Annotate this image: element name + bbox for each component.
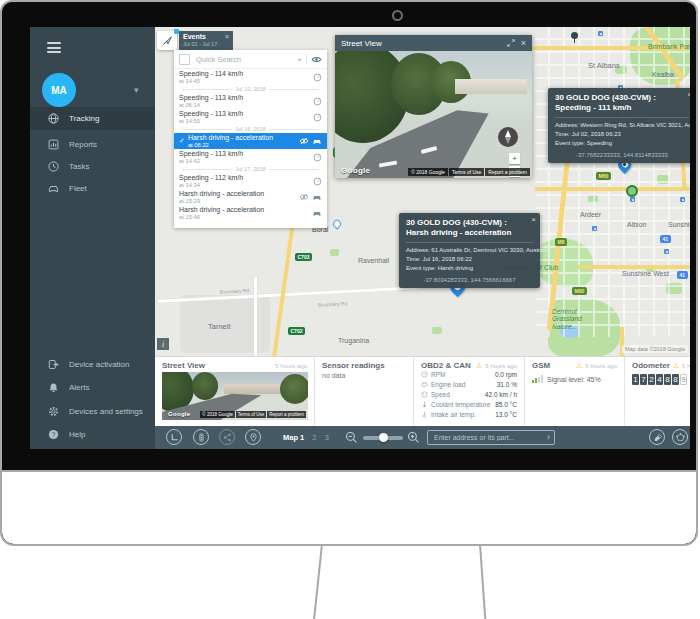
sidebar-item-label: Device activation (69, 360, 129, 369)
sidebar-item-help[interactable]: ? Help (30, 423, 155, 446)
sidebar-item-alerts[interactable]: Alerts (30, 376, 155, 399)
terms-link[interactable]: Terms of Use (236, 411, 267, 418)
widget-title: Sensor readings (322, 361, 406, 370)
map-label-sunshine-west: Sunshine West (622, 270, 669, 277)
eraser-tool-button[interactable] (649, 429, 665, 445)
ruler-tool-button[interactable] (166, 429, 182, 445)
eye-off-icon[interactable] (299, 137, 309, 145)
obd-row: Intake air temp.13.0 °C (421, 409, 517, 419)
speedometer-icon (313, 113, 322, 122)
obd2-can-widget[interactable]: OBD2 & CAN ⚠ 5 hours ago RPM0.0 rpm Engi… (414, 357, 525, 427)
compass-control[interactable] (498, 127, 518, 147)
sensor-readings-widget[interactable]: Sensor readings no data (315, 357, 414, 427)
chevron-down-icon[interactable]: ▾ (134, 85, 139, 95)
transit-stop-icon (680, 197, 685, 202)
sidebar-item-tasks[interactable]: Tasks (30, 155, 155, 178)
sidebar-item-label: Fleet (69, 184, 87, 193)
app-screen: St Albans Brimbank Park Kealba Ardeer Al… (30, 27, 690, 449)
obd-row: Coolant temperature85.0 °C (421, 399, 517, 409)
poi-marker-green[interactable] (626, 185, 638, 197)
odometer-digit-decimal: 9 (680, 374, 687, 385)
tooltip-event-type: Event type: Harsh driving (406, 264, 533, 273)
sidebar-item-tracking[interactable]: Tracking (30, 107, 155, 130)
sidebar-item-reports[interactable]: Reports (30, 133, 155, 156)
street-view-widget[interactable]: Street View 5 hours ago Google © 2018 Go… (155, 357, 315, 427)
event-list-item[interactable]: Speeding - 113 km/hat 14:42 (174, 149, 327, 165)
device-activation-icon (48, 359, 59, 370)
rpm-gauge-icon (421, 371, 428, 378)
poi-pin-button[interactable] (245, 429, 261, 445)
signal-level-text: Signal level: 45% (547, 376, 601, 383)
tracking-arrow-button[interactable] (157, 31, 177, 50)
street-view-window-header[interactable]: Street View × (335, 35, 532, 51)
map-road (578, 265, 690, 269)
visibility-eye-icon[interactable] (311, 55, 322, 64)
ruler-corner-icon (170, 433, 179, 442)
sidebar-item-devices-and-settings[interactable]: Devices and settings (30, 400, 155, 423)
street-view-thumbnail[interactable]: Google © 2018 Google Terms of Use Report… (162, 372, 308, 420)
close-icon[interactable]: × (531, 215, 536, 224)
sidebar-item-fleet[interactable]: Fleet (30, 177, 155, 200)
event-list-item-selected[interactable]: ✓ Harsh driving - accelerationat 06:22 (174, 133, 327, 149)
close-icon[interactable]: × (687, 90, 690, 99)
zoom-out-icon[interactable] (345, 431, 358, 444)
date-divider: Jul 10, 2018 (174, 85, 327, 93)
tooltip-address: Address: Western Ring Rd, St Albans VIC … (555, 121, 689, 130)
eye-off-icon[interactable] (299, 193, 309, 201)
search-go-icon[interactable]: › (547, 433, 550, 442)
map-layer-switcher[interactable]: Map 1 2 3 (283, 433, 329, 442)
close-icon[interactable]: × (225, 33, 229, 40)
map-layer-2[interactable]: 2 (312, 433, 316, 442)
expand-icon[interactable] (507, 39, 515, 47)
event-list-item[interactable]: Speeding - 112 km/hat 14:34 (174, 173, 327, 189)
events-panel: × Speeding - 114 km/hat 14:45 Jul 10, 20… (174, 50, 327, 228)
avatar[interactable]: MA (42, 73, 76, 107)
widget-timestamp: 5 hours ago (682, 363, 690, 369)
zoom-in-button[interactable]: + (509, 153, 520, 164)
warning-icon: ⚠ (576, 362, 582, 369)
event-time: at 14:34 (179, 182, 310, 188)
report-problem-link[interactable]: Report a problem (267, 411, 306, 418)
google-logo: Google (168, 411, 190, 417)
map-layer-3[interactable]: 3 (325, 433, 329, 442)
poi-marker-boral[interactable] (331, 218, 342, 229)
sidebar-item-device-activation[interactable]: Device activation (30, 353, 155, 376)
share-button[interactable] (219, 429, 235, 445)
geofence-tool-button[interactable] (672, 429, 688, 445)
terms-link[interactable]: Terms of Use (449, 168, 484, 176)
menu-hamburger-button[interactable] (47, 42, 61, 56)
event-list-item[interactable]: Speeding - 114 km/hat 14:45 (174, 69, 327, 85)
map-layer-1[interactable]: Map 1 (283, 433, 304, 442)
report-problem-link[interactable]: Report a problem (485, 168, 530, 176)
map-label-ardeer: Ardeer (580, 211, 601, 218)
street-view-tree (192, 372, 218, 400)
select-all-checkbox[interactable] (179, 54, 190, 65)
date-divider: Jul 17, 2018 (174, 165, 327, 173)
events-tab[interactable]: Events × Jul 01 - Jul 17 (179, 31, 233, 50)
map-pin-dark[interactable] (571, 32, 578, 43)
odometer-widget[interactable]: Odometer ⚠ 5 hours ago 1 7 2 4 8 8 9 (625, 357, 690, 427)
close-icon[interactable]: × (521, 38, 526, 48)
event-list-item[interactable]: Speeding - 113 km/hat 06:14 (174, 93, 327, 109)
gsm-widget[interactable]: GSM ⚠ 5 hours ago Signal level: 45% (525, 357, 625, 427)
event-title: Speeding - 113 km/h (179, 150, 310, 158)
clear-search-icon[interactable]: × (297, 55, 302, 64)
traffic-layer-button[interactable] (193, 429, 209, 445)
event-list-item[interactable]: Harsh driving - accelerationat 15:46 (174, 205, 327, 221)
street-view-attribution: © 2018 Google Terms of Use Report a prob… (408, 168, 530, 176)
event-title: Speeding - 112 km/h (179, 174, 310, 182)
street-view-photo[interactable]: + − Google © 2018 Google Terms of Use Re… (335, 51, 532, 178)
zoom-in-icon[interactable] (407, 431, 420, 444)
map-label-ravenhall: Ravenhall (358, 257, 389, 264)
address-search-input[interactable] (432, 433, 547, 442)
event-list-item[interactable]: Speeding - 113 km/hat 14:50 (174, 109, 327, 125)
car-icon (312, 137, 322, 145)
event-time: at 15:29 (179, 198, 296, 204)
event-time: at 06:22 (188, 142, 296, 148)
event-list-item[interactable]: Harsh driving - accelerationat 15:29 (174, 189, 327, 205)
street-view-window: Street View × + − Google (335, 35, 532, 178)
zoom-slider-handle[interactable] (379, 433, 388, 442)
quick-search-input[interactable] (194, 54, 293, 65)
report-chart-icon (48, 139, 59, 150)
map-info-button[interactable]: i (157, 338, 169, 350)
